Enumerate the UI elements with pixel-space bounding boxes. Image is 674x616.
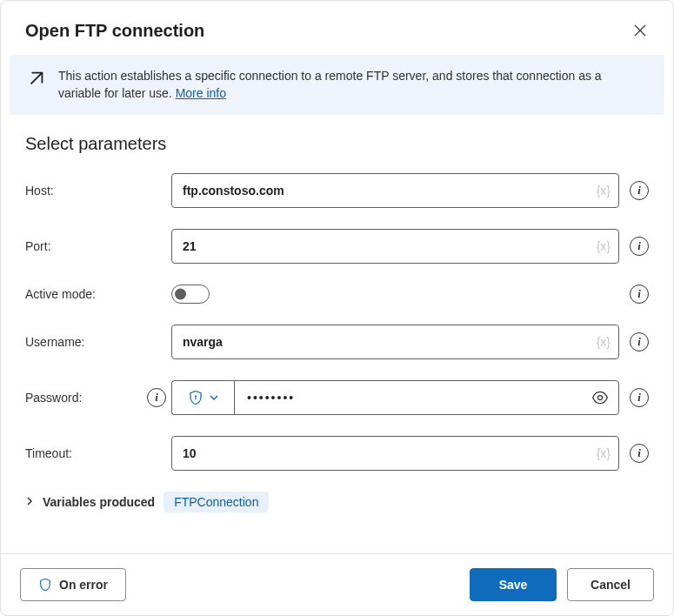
banner-text: This action establishes a specific conne… [58, 67, 644, 103]
timeout-info-button[interactable]: i [630, 444, 649, 463]
info-icon: i [637, 240, 641, 251]
password-label-info-button[interactable]: i [147, 388, 166, 407]
password-type-dropdown[interactable] [171, 380, 234, 415]
content: Select parameters Host: {x} i Port: {x} [1, 122, 673, 553]
info-banner: This action establishes a specific conne… [10, 55, 664, 115]
port-info-button[interactable]: i [630, 237, 649, 256]
more-info-link[interactable]: More info [176, 86, 226, 100]
host-label: Host: [25, 184, 147, 198]
username-input[interactable] [171, 325, 619, 359]
close-icon [633, 23, 647, 37]
on-error-button[interactable]: On error [20, 568, 126, 601]
username-info-button[interactable]: i [630, 332, 649, 352]
port-label: Port: [25, 239, 147, 253]
info-icon: i [155, 392, 158, 403]
eye-icon [591, 389, 609, 406]
close-button[interactable] [628, 18, 652, 43]
host-info-button[interactable]: i [630, 181, 649, 200]
port-input[interactable] [171, 229, 619, 264]
info-icon: i [637, 336, 641, 347]
field-port: Port: {x} i [25, 229, 649, 264]
chevron-right-icon [25, 496, 34, 508]
dialog-title: Open FTP connection [25, 21, 204, 41]
timeout-label: Timeout: [25, 446, 147, 460]
password-label: Password: [25, 391, 147, 405]
field-host: Host: {x} i [25, 173, 649, 208]
dialog-header: Open FTP connection [1, 1, 673, 55]
dialog: Open FTP connection This action establis… [0, 0, 674, 616]
arrow-out-icon [27, 69, 46, 88]
username-label: Username: [25, 335, 147, 349]
active-mode-label: Active mode: [25, 287, 147, 301]
info-icon: i [637, 447, 641, 459]
active-mode-toggle[interactable] [171, 285, 210, 304]
save-label: Save [499, 578, 528, 592]
field-username: Username: {x} i [25, 325, 649, 359]
password-input[interactable] [234, 380, 619, 415]
on-error-label: On error [59, 578, 108, 592]
chevron-down-icon [209, 392, 219, 403]
cancel-label: Cancel [591, 578, 631, 592]
password-info-button[interactable]: i [630, 388, 649, 407]
variables-produced-row[interactable]: Variables produced FTPConnection [25, 492, 649, 512]
cancel-button[interactable]: Cancel [567, 568, 654, 601]
variable-chip[interactable]: FTPConnection [163, 492, 269, 512]
reveal-password-button[interactable] [588, 385, 612, 410]
field-active-mode: Active mode: i [25, 285, 649, 304]
timeout-input[interactable] [171, 436, 619, 471]
dialog-footer: On error Save Cancel [1, 553, 673, 615]
field-timeout: Timeout: {x} i [25, 436, 649, 471]
variables-produced-label: Variables produced [43, 495, 155, 509]
svg-point-0 [194, 395, 196, 397]
svg-point-1 [598, 395, 603, 399]
field-password: Password: i i [25, 380, 649, 415]
info-icon: i [637, 288, 641, 299]
shield-lock-icon [188, 390, 204, 405]
active-mode-info-button[interactable]: i [630, 285, 649, 304]
shield-icon [38, 578, 52, 592]
info-icon: i [637, 392, 641, 403]
banner-description: This action establishes a specific conne… [58, 69, 602, 100]
section-title: Select parameters [25, 134, 649, 154]
info-icon: i [637, 184, 641, 196]
save-button[interactable]: Save [470, 568, 557, 601]
toggle-knob [175, 288, 186, 299]
host-input[interactable] [171, 173, 619, 208]
